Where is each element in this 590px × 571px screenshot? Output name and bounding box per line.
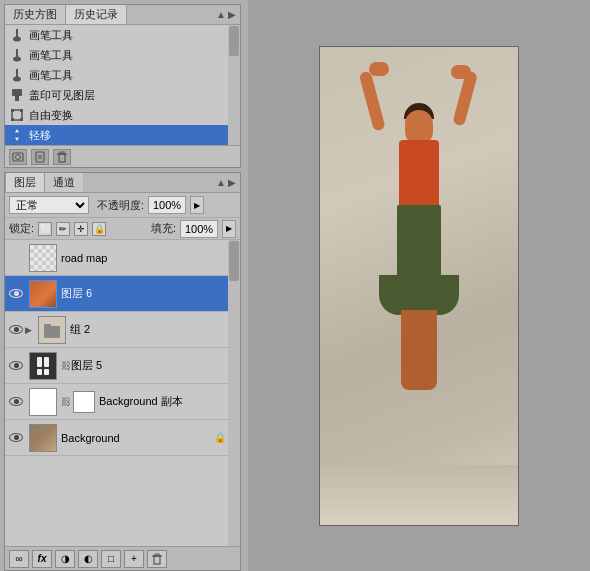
canvas-image <box>319 46 519 526</box>
history-panel-header: 历史方图 历史记录 ▲ ▶ <box>5 5 240 25</box>
tab-history[interactable]: 历史记录 <box>65 5 127 24</box>
layer-link-icon: ⛓ <box>61 396 71 407</box>
history-item[interactable]: 画笔工具 <box>5 25 240 45</box>
layers-menu-icon[interactable]: ▶ <box>228 177 236 188</box>
fill-input[interactable] <box>180 220 218 238</box>
layers-panel: 图层 通道 ▲ ▶ 正常 不透明度: ▶ 锁定: ⬜ ✏ ✛ 🔒 填充: ▶ <box>4 172 241 571</box>
history-scroll-thumb <box>229 26 239 56</box>
layers-scrollbar[interactable] <box>228 240 240 546</box>
svg-rect-24 <box>37 357 42 367</box>
delete-history-button[interactable] <box>53 149 71 165</box>
svg-marker-13 <box>15 129 19 141</box>
layer-name: 图层 6 <box>61 286 226 301</box>
opacity-input[interactable] <box>148 196 186 214</box>
svg-rect-25 <box>44 357 49 367</box>
lock-all-button[interactable]: 🔒 <box>92 222 106 236</box>
layer-row-background[interactable]: Background 🔒 <box>5 420 228 456</box>
layer-row-group[interactable]: ▶ 组 2 <box>5 312 228 348</box>
arm-left <box>359 71 386 132</box>
svg-point-0 <box>13 37 21 42</box>
new-layer-button[interactable]: + <box>124 550 144 568</box>
svg-point-4 <box>13 77 21 82</box>
svg-rect-5 <box>16 69 18 77</box>
lock-row: 锁定: ⬜ ✏ ✛ 🔒 填充: ▶ <box>5 218 240 240</box>
new-document-button[interactable] <box>31 149 49 165</box>
svg-rect-9 <box>11 109 14 112</box>
layer-name: 图层 5 <box>71 358 226 373</box>
canvas-area <box>248 0 590 571</box>
new-snapshot-button[interactable] <box>9 149 27 165</box>
skirt-body <box>397 205 441 285</box>
history-scroll-up-icon[interactable]: ▲ <box>216 9 226 20</box>
layer-row[interactable]: road map <box>5 240 228 276</box>
brush-icon <box>9 47 25 63</box>
tab-square[interactable]: 历史方图 <box>5 5 65 24</box>
history-scrollbar[interactable] <box>228 25 240 145</box>
history-item-label: 画笔工具 <box>29 68 73 83</box>
layer-link-icon: ⛓ <box>61 360 71 371</box>
transform-icon <box>9 107 25 123</box>
svg-rect-27 <box>44 369 49 375</box>
history-item-selected[interactable]: 轻移 <box>5 125 240 145</box>
dancer-figure <box>359 70 479 500</box>
opacity-arrow-button[interactable]: ▶ <box>190 196 204 214</box>
layers-scroll-thumb <box>229 241 239 281</box>
svg-rect-30 <box>155 554 159 556</box>
layer-row-selected[interactable]: 图层 6 <box>5 276 228 312</box>
layer-thumbnail <box>29 388 57 416</box>
svg-point-15 <box>16 154 21 159</box>
fill-arrow-button[interactable]: ▶ <box>222 220 236 238</box>
history-menu-icon[interactable]: ▶ <box>228 9 236 20</box>
delete-layer-button[interactable] <box>147 550 167 568</box>
history-item-label: 画笔工具 <box>29 28 73 43</box>
group-expand-icon[interactable]: ▶ <box>25 325 32 335</box>
layer-row[interactable]: ⛓ 图层 5 <box>5 348 228 384</box>
layer-visibility-toggle[interactable] <box>7 285 25 303</box>
svg-rect-23 <box>44 324 51 327</box>
layers-items-container: road map 图层 6 ▶ <box>5 240 228 546</box>
layer-name: Background 副本 <box>99 394 226 409</box>
svg-rect-12 <box>20 118 23 121</box>
blend-mode-select[interactable]: 正常 <box>9 196 89 214</box>
new-group-button[interactable]: □ <box>101 550 121 568</box>
layer-visibility-toggle[interactable] <box>7 393 25 411</box>
add-adjustment-button[interactable]: ◐ <box>78 550 98 568</box>
history-item[interactable]: 盖印可见图层 <box>5 85 240 105</box>
layer-thumbnail <box>29 424 57 452</box>
history-item[interactable]: 画笔工具 <box>5 65 240 85</box>
history-panel-body: 画笔工具 画笔工具 画笔工具 <box>5 25 240 145</box>
lock-position-button[interactable]: ✛ <box>74 222 88 236</box>
history-item[interactable]: 画笔工具 <box>5 45 240 65</box>
link-layers-button[interactable]: ∞ <box>9 550 29 568</box>
svg-rect-21 <box>60 152 64 154</box>
svg-rect-1 <box>16 29 18 37</box>
floor-shadow <box>320 465 518 525</box>
history-item-label: 画笔工具 <box>29 48 73 63</box>
brush-icon <box>9 67 25 83</box>
lock-transparent-button[interactable]: ⬜ <box>38 222 52 236</box>
skirt-bottom <box>379 275 459 315</box>
layers-scroll-up-icon[interactable]: ▲ <box>216 177 226 188</box>
layer-visibility-toggle[interactable] <box>7 357 25 375</box>
tab-channels[interactable]: 通道 <box>45 173 83 192</box>
svg-point-2 <box>13 57 21 62</box>
svg-rect-22 <box>44 326 60 338</box>
layer-visibility-toggle[interactable] <box>7 429 25 447</box>
history-footer <box>5 145 240 167</box>
layers-list: road map 图层 6 ▶ <box>5 240 240 546</box>
tab-layers[interactable]: 图层 <box>5 173 45 192</box>
add-style-button[interactable]: fx <box>32 550 52 568</box>
lock-pixels-button[interactable]: ✏ <box>56 222 70 236</box>
layer-thumbnail <box>38 316 66 344</box>
layer-thumbnail <box>29 280 57 308</box>
history-item[interactable]: 自由变换 <box>5 105 240 125</box>
layer-visibility-toggle[interactable] <box>7 321 25 339</box>
history-item-label: 轻移 <box>29 128 51 143</box>
layers-panel-header: 图层 通道 ▲ ▶ <box>5 173 240 193</box>
fill-label: 填充: <box>151 221 176 236</box>
opacity-label: 不透明度: <box>97 198 144 213</box>
layers-footer: ∞ fx ◑ ◐ □ + <box>5 546 240 570</box>
layer-row[interactable]: ⛓ Background 副本 <box>5 384 228 420</box>
brush-icon <box>9 27 25 43</box>
add-mask-button[interactable]: ◑ <box>55 550 75 568</box>
